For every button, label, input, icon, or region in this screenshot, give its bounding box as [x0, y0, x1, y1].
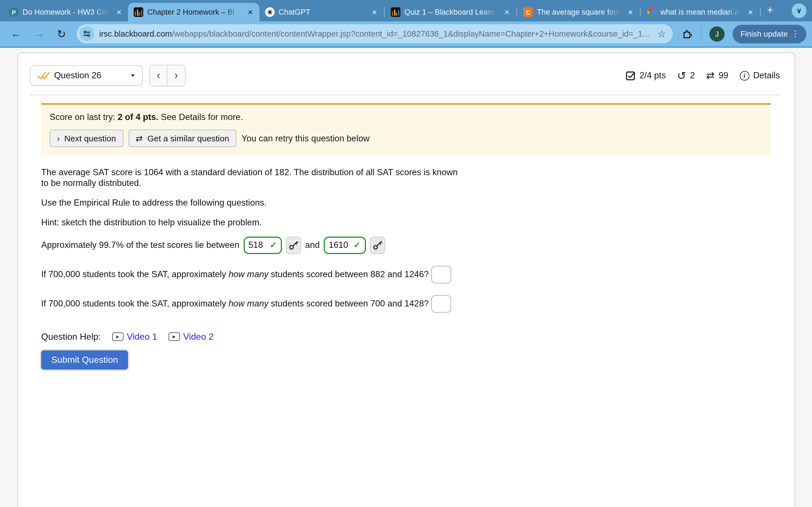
- profile-avatar[interactable]: J: [709, 26, 725, 41]
- close-icon[interactable]: ✕: [502, 8, 511, 16]
- q1-input-low[interactable]: [248, 240, 267, 250]
- pearson-icon: P: [9, 7, 18, 17]
- submit-question-button[interactable]: Submit Question: [41, 350, 128, 369]
- question-stats: 2/4 pts ↺ 2 ⇄ 99 i Details: [626, 69, 780, 82]
- barchart-favicon-icon: [391, 7, 400, 17]
- next-question-button[interactable]: ›: [167, 65, 185, 86]
- retry-count: 99: [719, 70, 728, 80]
- chegg-icon: C: [523, 7, 533, 17]
- tab-chatgpt[interactable]: ✳ ChatGPT ✕: [259, 3, 384, 21]
- undo-icon[interactable]: ↺: [677, 69, 686, 82]
- q3-row: If 700,000 students took the SAT, approx…: [41, 295, 771, 313]
- details-link[interactable]: Details: [753, 70, 780, 80]
- q2-prompt: If 700,000 students took the SAT, approx…: [41, 269, 429, 279]
- answer-key-button[interactable]: [286, 236, 301, 254]
- retry-swap-icon[interactable]: ⇄: [706, 69, 715, 82]
- tab-separator: [760, 7, 761, 17]
- correct-check-icon: ✓: [354, 240, 361, 250]
- new-tab-button[interactable]: +: [761, 4, 779, 17]
- q1-prompt: Approximately 99.7% of the test scores l…: [41, 240, 239, 250]
- finish-update-button[interactable]: Finish update ⋮: [732, 24, 806, 43]
- empirical-rule-instruction: Use the Empirical Rule to address the fo…: [41, 198, 771, 209]
- browser-window: P Do Homework - HW3 Con ✕ Chapter 2 Home…: [0, 0, 812, 507]
- tab-separator: [384, 7, 385, 17]
- tab-separator: [640, 7, 641, 17]
- retry-note: You can retry this question below: [242, 133, 370, 144]
- forward-button[interactable]: →: [29, 27, 50, 40]
- menu-kebab-icon[interactable]: ⋮: [788, 29, 803, 39]
- barchart-favicon-icon: [134, 7, 143, 17]
- back-button[interactable]: ←: [6, 27, 27, 40]
- score-banner: Score on last try: 2 of 4 pts. See Detai…: [41, 103, 771, 156]
- tab-title: Do Homework - HW3 Con: [22, 8, 110, 16]
- close-icon[interactable]: ✕: [246, 8, 255, 16]
- similar-question-button[interactable]: ⇄ Get a similar question: [128, 129, 236, 147]
- key-icon: [289, 240, 298, 250]
- video-play-icon: ▶: [112, 332, 123, 341]
- extensions-icon[interactable]: [678, 29, 695, 39]
- chevron-right-icon: ›: [57, 133, 60, 143]
- key-icon: [372, 240, 382, 250]
- toolbar-separator: [701, 27, 702, 40]
- close-icon[interactable]: ✕: [746, 8, 755, 16]
- hint-text: Hint: sketch the distribution to help vi…: [41, 217, 771, 228]
- q2-input[interactable]: [432, 266, 451, 283]
- close-icon[interactable]: ✕: [114, 8, 123, 16]
- question-header: Question 26 ▼ ‹ › 2/4 pts ↺ 2 ⇄: [30, 65, 780, 86]
- swap-icon: ⇄: [136, 133, 143, 144]
- tab-title: The average square foota: [537, 8, 622, 16]
- answer-key-button[interactable]: [370, 236, 385, 254]
- close-icon[interactable]: ✕: [626, 8, 635, 16]
- double-check-icon: [37, 71, 50, 80]
- bookmark-star-icon[interactable]: ☆: [657, 28, 666, 40]
- finish-update-label: Finish update: [741, 29, 788, 38]
- close-icon[interactable]: ✕: [370, 8, 379, 16]
- tab-title: Quiz 1 – Blackboard Learn: [404, 8, 499, 16]
- question-select-dropdown[interactable]: Question 26 ▼: [30, 65, 143, 86]
- content-card: Question 26 ▼ ‹ › 2/4 pts ↺ 2 ⇄: [17, 52, 795, 507]
- question-pager: ‹ ›: [149, 65, 186, 86]
- tab-separator: [516, 7, 517, 17]
- q1-answer-box-low[interactable]: ✓: [243, 236, 282, 254]
- question-help-label: Question Help:: [41, 332, 101, 342]
- info-icon[interactable]: i: [740, 71, 749, 80]
- problem-statement: The average SAT score is 1064 with a sta…: [41, 167, 771, 189]
- video2-link[interactable]: ▶ Video 2: [168, 332, 214, 342]
- q3-prompt: If 700,000 students took the SAT, approx…: [41, 298, 429, 309]
- google-icon: [647, 7, 656, 17]
- q2-row: If 700,000 students took the SAT, approx…: [41, 266, 771, 283]
- openai-icon: ✳: [265, 7, 274, 17]
- tab-title: ChatGPT: [278, 8, 366, 16]
- tab-quiz1-blackboard[interactable]: Quiz 1 – Blackboard Learn ✕: [385, 3, 516, 21]
- q1-and-label: and: [305, 240, 320, 250]
- page-background: Question 26 ▼ ‹ › 2/4 pts ↺ 2 ⇄: [0, 48, 812, 507]
- chevron-down-icon: ▼: [130, 73, 135, 78]
- tab-chegg[interactable]: C The average square foota ✕: [518, 3, 640, 21]
- question-select-label: Question 26: [54, 70, 101, 80]
- url-text: irsc.blackboard.com/webapps/blackboard/c…: [99, 29, 653, 38]
- score-checkbox-icon: [626, 71, 636, 80]
- address-bar[interactable]: irsc.blackboard.com/webapps/blackboard/c…: [77, 24, 673, 43]
- video-play-icon: ▶: [168, 332, 180, 341]
- previous-question-button[interactable]: ‹: [150, 65, 167, 86]
- score-text: Score on last try: 2 of 4 pts. See Detai…: [50, 112, 762, 122]
- video1-link[interactable]: ▶ Video 1: [112, 332, 157, 342]
- site-settings-icon[interactable]: [80, 26, 94, 41]
- similar-question-label: Get a similar question: [147, 133, 229, 143]
- tab-strip: P Do Homework - HW3 Con ✕ Chapter 2 Home…: [0, 0, 812, 21]
- question-help-row: Question Help: ▶ Video 1 ▶ Video 2: [41, 332, 771, 342]
- q1-input-high[interactable]: [329, 240, 351, 250]
- undo-count: 2: [690, 70, 695, 80]
- video2-label: Video 2: [183, 332, 214, 342]
- reload-button[interactable]: ↻: [52, 27, 71, 40]
- tab-title: Chapter 2 Homework – Bl: [147, 8, 242, 16]
- tab-google-search[interactable]: what is mean median and ✕: [641, 3, 760, 21]
- next-question-banner-button[interactable]: › Next question: [50, 129, 123, 147]
- tab-search-chevron-icon[interactable]: ∨: [792, 3, 806, 18]
- tab-chapter2-homework-active[interactable]: Chapter 2 Homework – Bl ✕: [128, 3, 259, 21]
- video1-label: Video 1: [127, 332, 157, 342]
- q3-input[interactable]: [432, 295, 451, 313]
- next-question-label: Next question: [64, 133, 116, 143]
- q1-answer-box-high[interactable]: ✓: [324, 236, 366, 254]
- tab-do-homework[interactable]: P Do Homework - HW3 Con ✕: [3, 3, 128, 21]
